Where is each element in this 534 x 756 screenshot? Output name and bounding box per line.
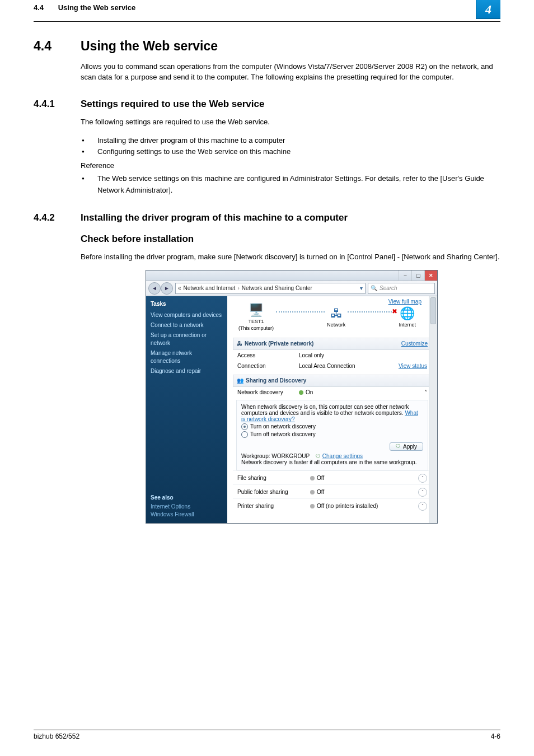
content-pane: View full map 🖥️ TEST1 (This computer) 🖧… — [227, 296, 437, 523]
close-button[interactable]: ✕ — [424, 270, 437, 281]
reference-bullets: The Web service settings on this machine… — [81, 173, 500, 197]
node-internet: 🌐 Internet — [399, 306, 416, 328]
status-dot-on-icon — [299, 390, 303, 395]
breadcrumb[interactable]: « Network and Internet › Network and Sha… — [175, 283, 366, 294]
status-dot-off-icon — [310, 504, 315, 508]
search-icon: 🔍 — [371, 285, 377, 291]
change-settings-link[interactable]: Change settings — [322, 453, 363, 459]
view-status-link[interactable]: View status — [399, 363, 427, 369]
check-before-install-lead: Before installing the driver program, ma… — [81, 252, 500, 263]
tasks-sidebar: Tasks View computers and devices Connect… — [146, 296, 227, 523]
subsection-441: 4.4.1 Settings required to use the Web s… — [34, 99, 500, 110]
node-network: 🖧 Network — [327, 306, 345, 328]
shield-icon: 🛡 — [316, 454, 321, 459]
maximize-button[interactable]: ▢ — [411, 270, 424, 281]
see-also-label: See also — [151, 494, 223, 501]
minimize-button[interactable]: – — [399, 270, 411, 281]
running-header-secno: 4.4 — [34, 3, 44, 12]
collapse-button[interactable]: ˄ — [424, 389, 427, 395]
node-this-computer: 🖥️ TEST1 (This computer) — [238, 303, 274, 331]
network-discovery-panel: When network discovery is on, this compu… — [236, 400, 428, 470]
sidebar-task-link[interactable]: Connect to a network — [151, 321, 223, 329]
bullet-item: Configuring settings to use the Web serv… — [81, 146, 500, 158]
running-header: 4.4 Using the Web service — [34, 0, 135, 12]
globe-icon: 🌐 — [400, 306, 415, 321]
subsection-441-bullets: Installing the driver program of this ma… — [81, 135, 500, 158]
check-before-install-heading: Check before installation — [81, 234, 500, 245]
expand-button[interactable]: ˅ — [418, 488, 427, 497]
breadcrumb-back-icon: « — [178, 285, 181, 291]
subsection-441-lead: The following settings are required to u… — [81, 117, 500, 128]
network-map: 🖥️ TEST1 (This computer) 🖧 Network — [233, 300, 432, 334]
sharing-icon: 👥 — [237, 377, 243, 384]
status-dot-off-icon — [310, 490, 315, 494]
status-dot-off-icon — [310, 476, 315, 480]
subsection-442: 4.4.2 Installing the driver program of t… — [34, 212, 500, 223]
see-also-link[interactable]: Internet Options — [151, 503, 223, 511]
sidebar-task-link[interactable]: View computers and devices — [151, 311, 223, 319]
expand-button[interactable]: ˅ — [418, 502, 427, 511]
network-icon: 🖧 — [237, 340, 242, 347]
radio-turn-off[interactable]: Turn off network discovery — [241, 431, 423, 438]
reference-label: Reference — [81, 161, 500, 170]
search-input[interactable]: 🔍 Search — [368, 283, 435, 294]
customize-link[interactable]: Customize — [401, 340, 428, 347]
network-icon: 🖧 — [329, 306, 344, 321]
footer-page: 4-6 — [491, 732, 500, 740]
radio-turn-on[interactable]: Turn on network discovery — [241, 423, 423, 430]
computer-icon: 🖥️ — [249, 303, 264, 318]
shield-icon: 🛡 — [396, 444, 401, 449]
expand-button[interactable]: ˅ — [418, 474, 427, 483]
sharing-row: File sharing Off ˅ — [233, 470, 432, 484]
tasks-label: Tasks — [151, 301, 223, 307]
bullet-item: The Web service settings on this machine… — [81, 173, 500, 197]
view-full-map-link[interactable]: View full map — [388, 298, 421, 305]
apply-button[interactable]: 🛡 Apply — [390, 442, 423, 451]
running-header-title: Using the Web service — [58, 3, 135, 12]
window-titlebar: – ▢ ✕ — [146, 270, 437, 281]
sharing-row: Printer sharing Off (no printers install… — [233, 498, 432, 512]
breadcrumb-sep-icon: › — [237, 285, 239, 291]
footer-product: bizhub 652/552 — [34, 732, 79, 740]
nav-forward-button[interactable]: ► — [161, 282, 173, 295]
section-heading: 4.4 Using the Web service — [34, 39, 500, 54]
bullet-item: Installing the driver program of this ma… — [81, 135, 500, 147]
breadcrumb-seg: Network and Internet — [184, 285, 236, 291]
sidebar-task-link[interactable]: Diagnose and repair — [151, 367, 223, 375]
breadcrumb-seg: Network and Sharing Center — [242, 285, 312, 291]
sharing-section-header: 👥 Sharing and Discovery — [233, 375, 432, 387]
nav-back-button[interactable]: ◄ — [148, 282, 161, 295]
scrollbar[interactable] — [429, 296, 437, 523]
chapter-badge: 4 — [476, 0, 500, 21]
embedded-screenshot: – ▢ ✕ ◄ ► « Network and Internet › Netwo… — [146, 270, 437, 524]
sidebar-task-link[interactable]: Set up a connection or network — [151, 332, 223, 347]
sharing-row: Public folder sharing Off ˅ — [233, 484, 432, 498]
see-also-link[interactable]: Windows Firewall — [151, 511, 223, 519]
network-section-header: 🖧 Network (Private network) Customize — [233, 338, 432, 350]
section-intro: Allows you to command scan operations fr… — [81, 62, 500, 83]
sidebar-task-link[interactable]: Manage network connections — [151, 349, 223, 365]
address-bar: ◄ ► « Network and Internet › Network and… — [146, 281, 437, 296]
